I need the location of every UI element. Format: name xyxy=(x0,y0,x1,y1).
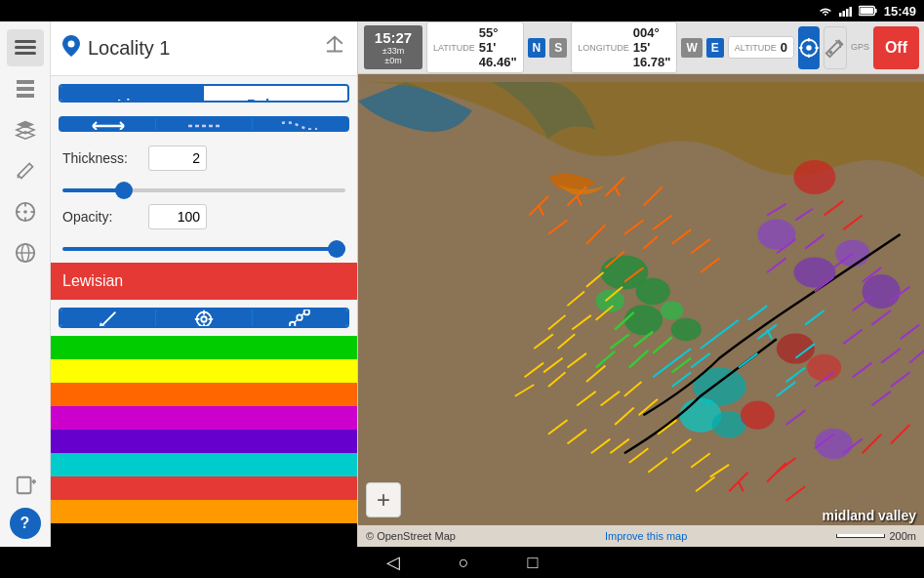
compass-button[interactable] xyxy=(7,193,44,230)
svg-line-72 xyxy=(577,196,582,206)
layers-button[interactable] xyxy=(7,111,44,148)
thickness-input[interactable] xyxy=(148,145,207,171)
svg-line-166 xyxy=(710,465,729,477)
menu-button[interactable] xyxy=(7,29,44,66)
svg-line-121 xyxy=(871,392,890,406)
map-bottom-bar: © OpenStreet Map Improve this map 200m xyxy=(358,525,924,547)
color-green[interactable] xyxy=(51,336,357,359)
svg-line-159 xyxy=(691,453,709,468)
tab-polygon[interactable]: Polygon xyxy=(204,86,347,103)
svg-line-100 xyxy=(777,382,795,396)
svg-line-118 xyxy=(843,329,862,344)
line-style-dotted[interactable] xyxy=(252,118,347,133)
location-pin-icon xyxy=(62,35,80,62)
draw-button[interactable] xyxy=(60,310,156,328)
svg-line-76 xyxy=(586,225,605,243)
satellite-icon xyxy=(824,37,846,59)
color-purple[interactable] xyxy=(51,430,357,453)
svg-rect-11 xyxy=(17,87,34,91)
add-layer-button[interactable] xyxy=(7,467,44,504)
svg-rect-9 xyxy=(15,52,36,55)
dotted-line-icon xyxy=(280,118,319,133)
longitude-label: LONGITUDE xyxy=(578,43,629,53)
opacity-row: Opacity: xyxy=(59,204,349,229)
svg-point-42 xyxy=(298,315,303,321)
gps-locate-button[interactable] xyxy=(798,26,820,69)
svg-point-52 xyxy=(636,278,670,305)
svg-line-94 xyxy=(777,458,795,473)
svg-point-15 xyxy=(23,210,27,214)
gps-settings-button[interactable] xyxy=(824,26,847,69)
svg-line-89 xyxy=(786,486,805,501)
opacity-slider[interactable] xyxy=(62,247,345,251)
line-style-dashed[interactable] xyxy=(155,118,251,133)
color-amber[interactable] xyxy=(51,500,357,523)
svg-line-160 xyxy=(648,458,666,473)
pencil-action-icon xyxy=(98,309,119,328)
status-bar: 15:49 xyxy=(0,0,924,21)
map-area[interactable]: 15:27 ±33m±0m LATITUDE 55° 51' 46.46" N … xyxy=(358,21,924,547)
svg-line-156 xyxy=(515,385,534,396)
dashed-line-icon xyxy=(184,118,223,133)
sidebar: ? xyxy=(0,21,51,547)
svg-line-167 xyxy=(696,477,714,492)
svg-line-116 xyxy=(767,258,785,272)
lon-e-badge: E xyxy=(706,38,724,58)
help-button[interactable]: ? xyxy=(10,508,41,539)
solid-line-icon xyxy=(89,118,128,133)
svg-point-55 xyxy=(661,301,683,319)
color-black[interactable] xyxy=(51,523,357,547)
nav-back-button[interactable]: ◁ xyxy=(386,552,400,573)
thickness-slider[interactable] xyxy=(62,188,345,192)
nav-home-button[interactable]: ○ xyxy=(459,553,469,573)
svg-line-138 xyxy=(586,272,604,287)
nav-recents-button[interactable]: □ xyxy=(528,553,539,573)
color-orange[interactable] xyxy=(51,383,357,406)
opacity-input[interactable] xyxy=(148,204,207,229)
openstreetmap-credit: © OpenStreet Map xyxy=(366,530,456,542)
svg-line-127 xyxy=(881,349,900,363)
color-yellow[interactable] xyxy=(51,359,357,383)
altitude-label: ALTITUDE xyxy=(735,43,777,53)
svg-line-161 xyxy=(629,448,648,463)
svg-point-54 xyxy=(624,305,663,335)
time-display: 15:27 ±33m±0m xyxy=(364,25,422,69)
target-button[interactable] xyxy=(156,310,252,328)
line-style-solid[interactable] xyxy=(60,118,155,133)
action-row xyxy=(59,308,349,328)
map-background[interactable]: + midland valley © OpenStreet Map Improv… xyxy=(358,74,924,547)
search-button[interactable] xyxy=(7,70,44,107)
gps-off-button[interactable]: Off xyxy=(873,26,919,69)
svg-line-103 xyxy=(805,310,824,325)
svg-point-64 xyxy=(757,219,795,249)
altitude-value: 0 xyxy=(781,40,787,55)
globe-icon xyxy=(15,242,36,264)
svg-line-91 xyxy=(891,425,909,443)
svg-line-74 xyxy=(615,186,620,196)
top-toolbar: 15:27 ±33m±0m LATITUDE 55° 51' 46.46" N … xyxy=(358,21,924,74)
globe-button[interactable] xyxy=(7,234,44,271)
path-button[interactable] xyxy=(253,310,347,328)
svg-line-82 xyxy=(701,258,719,272)
zoom-in-button[interactable]: + xyxy=(366,482,401,517)
svg-rect-12 xyxy=(17,94,34,98)
latitude-value: 55° 51' 46.46" xyxy=(479,25,517,69)
tab-line[interactable]: Line xyxy=(60,86,204,103)
svg-point-36 xyxy=(201,317,207,323)
color-magenta[interactable] xyxy=(51,406,357,430)
svg-line-129 xyxy=(767,204,785,216)
svg-line-90 xyxy=(863,434,881,453)
lat-n-badge: N xyxy=(528,38,546,58)
nav-bar: ◁ ○ □ xyxy=(0,547,924,578)
scale-bar-container: 200m xyxy=(836,530,916,542)
svg-point-67 xyxy=(863,274,901,309)
color-red[interactable] xyxy=(51,476,357,500)
gps-label: GPS xyxy=(851,42,869,53)
svg-rect-5 xyxy=(875,9,877,14)
svg-line-136 xyxy=(596,351,615,368)
svg-line-101 xyxy=(719,320,738,335)
color-cyan[interactable] xyxy=(51,453,357,476)
back-icon[interactable] xyxy=(324,35,345,62)
improve-map-link[interactable]: Improve this map xyxy=(605,530,687,542)
edit-button[interactable] xyxy=(7,152,44,189)
